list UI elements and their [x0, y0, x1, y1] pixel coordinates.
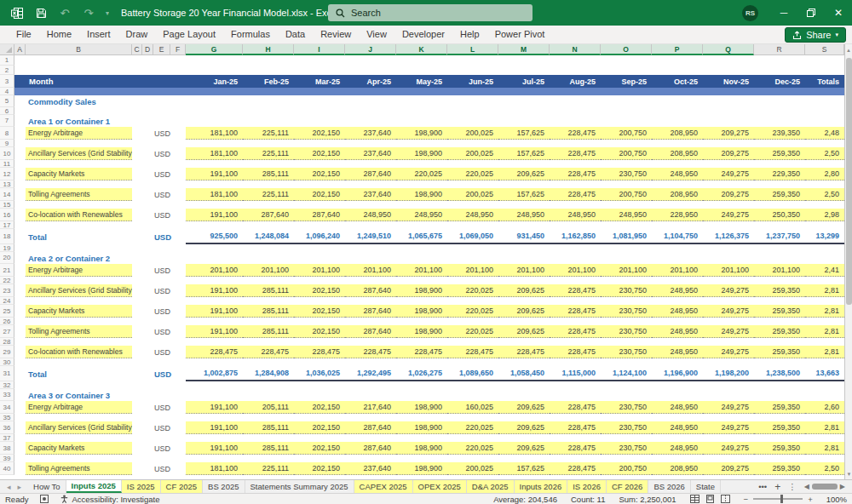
cell-P17[interactable]: [652, 221, 703, 229]
cell-C25[interactable]: [132, 305, 142, 318]
cell-R19[interactable]: [754, 244, 805, 252]
cell-I16[interactable]: 287,640: [294, 209, 345, 221]
cell-G7[interactable]: [186, 115, 243, 127]
cell-P2[interactable]: [652, 66, 703, 75]
cell-H12[interactable]: 285,111: [243, 168, 294, 180]
row-header-5[interactable]: 5: [0, 95, 14, 107]
cell-P21[interactable]: 201,100: [652, 264, 703, 277]
cell-A37[interactable]: [14, 434, 26, 442]
cell-Q30[interactable]: [703, 358, 754, 366]
cell-H17[interactable]: [243, 221, 294, 229]
cell-J28[interactable]: [345, 338, 396, 346]
cell-L18[interactable]: 1,069,050: [447, 229, 498, 244]
cell-M28[interactable]: [498, 338, 550, 346]
ribbon-tab-help[interactable]: Help: [452, 26, 487, 43]
cell-A33[interactable]: [14, 389, 26, 401]
cell-B24[interactable]: [26, 297, 132, 305]
cell-K19[interactable]: [396, 244, 447, 252]
cell-J12[interactable]: 287,640: [345, 168, 396, 180]
cell-K35[interactable]: [396, 414, 447, 421]
cell-J6[interactable]: [345, 107, 396, 115]
cell-P16[interactable]: 228,950: [652, 209, 703, 221]
row-header-19[interactable]: 19: [0, 244, 14, 252]
cell-I34[interactable]: 202,150: [294, 401, 345, 414]
cell-J35[interactable]: [345, 414, 396, 421]
cell-M9[interactable]: [498, 140, 550, 147]
sheet-tab-d-a-2025[interactable]: D&A 2025: [467, 480, 515, 493]
cell-D38[interactable]: [142, 442, 153, 455]
cell-E34[interactable]: USD: [153, 401, 170, 414]
ribbon-tab-insert[interactable]: Insert: [79, 26, 118, 43]
cell-Q13[interactable]: [703, 180, 754, 188]
cell-C39[interactable]: [132, 455, 142, 462]
cell-O32[interactable]: [601, 381, 652, 389]
cell-Q40[interactable]: 209,275: [703, 462, 754, 475]
cell-K33[interactable]: [396, 389, 447, 401]
cell-R31[interactable]: 1,238,500: [754, 366, 805, 381]
cell-G10[interactable]: 181,100: [186, 147, 243, 160]
scroll-right-icon[interactable]: ▶: [840, 483, 845, 490]
cell-D16[interactable]: [142, 209, 153, 221]
cell-Q39[interactable]: [703, 455, 754, 462]
cell-D31[interactable]: [142, 366, 153, 381]
cell-C37[interactable]: [132, 434, 142, 442]
cell-M35[interactable]: [498, 414, 550, 421]
cell-C33[interactable]: [132, 389, 142, 401]
cell-C19[interactable]: [132, 244, 142, 252]
column-header-R[interactable]: R: [754, 44, 805, 55]
cell-F36[interactable]: [170, 421, 186, 434]
cell-E16[interactable]: USD: [153, 209, 170, 221]
cell-D7[interactable]: [142, 115, 153, 127]
status-average[interactable]: Average: 204,546: [493, 495, 557, 504]
cell-M39[interactable]: [498, 455, 550, 462]
cell-R16[interactable]: 250,350: [754, 209, 805, 221]
cell-N3[interactable]: Aug-25: [550, 75, 601, 88]
cell-H23[interactable]: 285,111: [243, 284, 294, 297]
cell-C13[interactable]: [132, 180, 142, 188]
cell-M16[interactable]: 248,950: [498, 209, 550, 221]
cell-S11[interactable]: [805, 160, 844, 168]
cell-N12[interactable]: 228,475: [550, 168, 601, 180]
cell-I36[interactable]: 202,150: [294, 421, 345, 434]
cell-J31[interactable]: 1,292,495: [345, 366, 396, 381]
cell-I18[interactable]: 1,096,240: [294, 229, 345, 244]
cell-Q12[interactable]: 249,275: [703, 168, 754, 180]
cell-H22[interactable]: [243, 277, 294, 284]
cell-G37[interactable]: [186, 434, 243, 442]
cell-Q20[interactable]: [703, 252, 754, 264]
cell-P15[interactable]: [652, 201, 703, 209]
cell-F24[interactable]: [170, 297, 186, 305]
cell-G39[interactable]: [186, 455, 243, 462]
cell-G29[interactable]: 228,475: [186, 346, 243, 358]
cell-H28[interactable]: [243, 338, 294, 346]
cell-N14[interactable]: 228,475: [550, 188, 601, 201]
cell-A3[interactable]: [14, 75, 26, 88]
cell-A36[interactable]: [14, 421, 26, 434]
column-header-L[interactable]: L: [447, 44, 498, 55]
cell-N37[interactable]: [550, 434, 601, 442]
close-button[interactable]: ✕: [825, 0, 852, 26]
cell-L37[interactable]: [447, 434, 498, 442]
cell-S2[interactable]: [805, 66, 844, 75]
cell-E8[interactable]: USD: [153, 127, 170, 140]
cell-M4[interactable]: [498, 88, 550, 95]
cell-E19[interactable]: [153, 244, 170, 252]
cell-S12[interactable]: 2,80: [805, 168, 844, 180]
cell-O3[interactable]: Sep-25: [601, 75, 652, 88]
cell-L39[interactable]: [447, 455, 498, 462]
cell-Q17[interactable]: [703, 221, 754, 229]
cell-A28[interactable]: [14, 338, 26, 346]
cell-S14[interactable]: 2,50: [805, 188, 844, 201]
cell-O29[interactable]: 230,750: [601, 346, 652, 358]
row-header-16[interactable]: 16: [0, 209, 14, 221]
cell-P20[interactable]: [652, 252, 703, 264]
cell-A32[interactable]: [14, 381, 26, 389]
cell-D2[interactable]: [142, 66, 153, 75]
cell-R38[interactable]: 259,350: [754, 442, 805, 455]
cell-P8[interactable]: 208,950: [652, 127, 703, 140]
cell-B36[interactable]: Ancillary Services (Grid Stability): [26, 421, 132, 434]
cell-L32[interactable]: [447, 381, 498, 389]
row-header-6[interactable]: 6: [0, 107, 14, 115]
row-header-30[interactable]: 30: [0, 358, 14, 366]
cell-B27[interactable]: Tolling Agreements: [26, 325, 132, 338]
